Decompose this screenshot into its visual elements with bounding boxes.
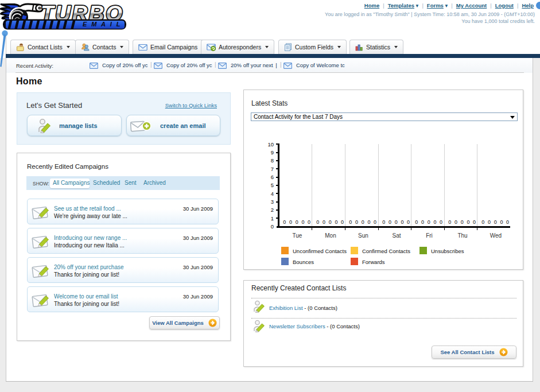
svg-text:EMAIL: EMAIL xyxy=(83,21,125,28)
